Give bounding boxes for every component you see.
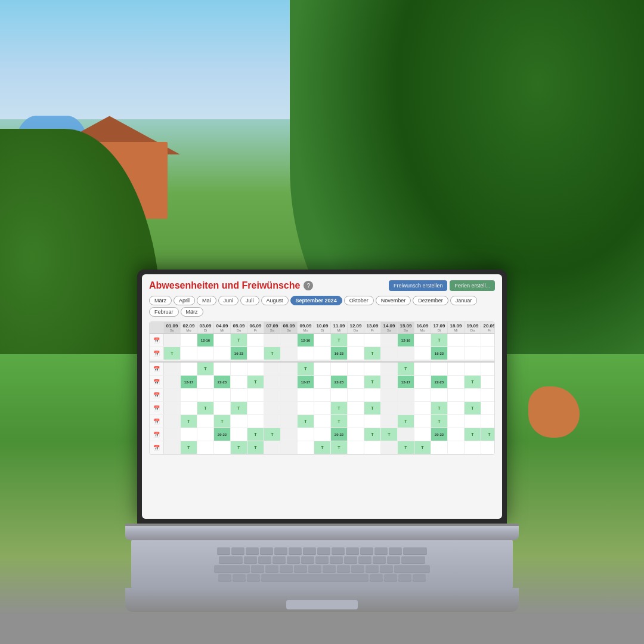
cell-value: T [471,406,473,410]
calendar-cell [364,415,381,428]
week-cell-9: 10.09Di [314,322,331,333]
month-tab-märz[interactable]: März [149,296,172,305]
calendar-cell [398,347,414,360]
calendar-cell [465,441,481,454]
month-tab-august[interactable]: August [261,296,289,305]
calendar-cell [164,389,181,401]
cell-value: T [471,432,473,436]
touchpad[interactable] [286,600,358,609]
calendar-cell [481,347,495,360]
calendar-cell [364,334,381,346]
calendar-cell: T [264,347,281,360]
key [323,565,336,572]
month-tab-februar[interactable]: Februar [149,307,179,317]
calendar-cell: 16-23 [431,347,448,360]
create-wish-button[interactable]: Freiwunsch erstellen [389,280,448,291]
calendar-cell [448,363,465,375]
calendar-cell: T [231,334,247,346]
calendar-cell [264,334,281,346]
cell-value: T [371,406,373,410]
calendar-cell: 20-22 [431,428,448,441]
calendar-cell [197,376,214,388]
cell-value: T [237,445,240,450]
month-tab-juli[interactable]: Juli [240,296,259,305]
key-row-space [135,574,509,581]
calendar-cell: T [364,347,381,360]
laptop: Abwesenheiten und Freiwünsche ? Freiwuns… [125,270,519,612]
calendar-cell [264,402,281,414]
calendar-cell [448,334,465,346]
calendar-cell: T [164,347,181,360]
help-icon[interactable]: ? [304,281,313,290]
calendar-cell: T [197,402,214,414]
calendar-cell: T [465,402,481,414]
calendar-cell: T [431,402,448,414]
month-tab-dezember[interactable]: Dezember [413,296,448,305]
row-label-icon: 📅 [150,376,164,388]
month-tab-april[interactable]: April [174,296,195,305]
table-row: 📅TTTTTT [150,415,494,428]
week-cell-8: 09.09Mo [298,322,314,333]
title-area: Abwesenheiten und Freiwünsche ? [149,280,313,291]
calendar-cell [281,402,298,414]
calendar-cell [264,363,281,375]
calendar-wrapper[interactable]: 01.09So02.09Mo03.09Di04.09Mi05.09Do06.09… [149,321,495,455]
key [219,556,243,564]
cell-value: T [321,445,323,450]
calendar-cell [214,402,231,414]
month-tab-juni[interactable]: Juni [218,296,239,305]
calendar-cell [481,402,495,414]
month-tab-oktober[interactable]: Oktober [344,296,374,305]
calendar-cell [314,347,331,360]
key-row-1 [135,547,509,555]
cell-value: T [421,445,423,450]
calendar-cell [448,441,465,454]
calendar-cell [231,376,247,388]
calendar-cell [414,347,431,360]
week-cell-1: 02.09Mo [181,322,197,333]
calendar-icon: 📅 [153,379,160,385]
laptop-keyboard [131,540,513,588]
key [330,556,343,564]
week-cell-4: 05.09Do [231,322,247,333]
month-tab-mai[interactable]: Mai [197,296,216,305]
key [274,547,287,555]
key [370,574,383,581]
month-tab-november[interactable]: November [376,296,411,305]
key [280,565,293,572]
create-vacation-button[interactable]: Ferien erstell... [450,280,495,291]
calendar-cell [398,389,414,401]
calendar-cell [448,376,465,388]
calendar-cell [481,441,495,454]
week-cell-13: 14.09Sa [381,322,398,333]
calendar-cell: T [364,428,381,441]
cell-value: T [438,419,440,423]
calendar-cell [181,428,197,441]
calendar-cell: 22-23 [431,376,448,388]
month-tab-januar[interactable]: Januar [450,296,478,305]
calendar-cell [281,376,298,388]
week-cell-6: 07.09Sa [264,322,281,333]
calendar-cell [331,389,348,401]
key-row-3 [135,565,509,572]
calendar-cell [348,334,364,346]
key [218,574,231,581]
calendar-cell [414,402,431,414]
calendar-cell: T [264,428,281,441]
cell-value: 12-16 [301,339,310,342]
calendar-cell [214,334,231,346]
month-tab-märz[interactable]: März [181,307,203,317]
cell-value: T [404,367,407,371]
month-tab-september-2024[interactable]: September 2024 [290,296,342,305]
cell-value: T [221,419,223,423]
calendar-cell [381,334,398,346]
week-cell-18: 19.09Do [465,322,481,333]
key [351,565,364,572]
cell-value: T [237,338,240,342]
screen-inner: Abwesenheiten und Freiwünsche ? Freiwuns… [142,274,502,519]
calendar-cell [465,363,481,375]
laptop-screen: Abwesenheiten und Freiwünsche ? Freiwuns… [137,270,507,524]
key [301,556,314,564]
calendar-cell [348,441,364,454]
key [294,565,307,572]
